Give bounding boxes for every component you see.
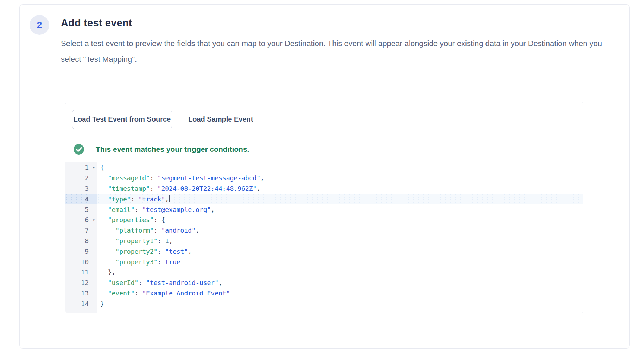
header-divider <box>20 76 629 76</box>
fold-toggle-icon[interactable]: ▾ <box>93 218 95 222</box>
code-line[interactable]: 6▾ "properties": { <box>65 215 583 225</box>
code-text: "email": "test@example.org", <box>97 204 583 215</box>
line-number: 13 <box>65 288 97 299</box>
line-number: 12 <box>65 278 97 288</box>
line-number: 5 <box>65 204 97 215</box>
step-description: Select a test event to preview the field… <box>61 35 614 67</box>
code-line[interactable]: 12 "userId": "test-android-user", <box>65 278 583 288</box>
code-line[interactable]: 5 "email": "test@example.org", <box>65 204 583 215</box>
code-lines: 1▾{2 "messageId": "segment-test-message-… <box>65 162 583 309</box>
code-line[interactable]: 14} <box>65 298 583 309</box>
code-text: "properties": { <box>97 215 583 225</box>
code-line[interactable]: 1▾{ <box>65 162 583 173</box>
line-number: 7 <box>65 225 97 236</box>
line-number: 11 <box>65 267 97 278</box>
page-title: Add test event <box>61 17 132 29</box>
code-text: "event": "Example Android Event" <box>97 288 583 299</box>
fold-toggle-icon[interactable]: ▾ <box>93 165 95 170</box>
trigger-match-status: This event matches your trigger conditio… <box>65 137 583 162</box>
code-text: } <box>97 298 583 309</box>
code-text: "property1": 1, <box>97 236 583 246</box>
check-circle-icon <box>74 144 84 155</box>
code-line[interactable]: 3 "timestamp": "2024-08-20T22:44:48.962Z… <box>65 183 583 194</box>
json-code-editor[interactable]: 1▾{2 "messageId": "segment-test-message-… <box>65 162 583 313</box>
status-message: This event matches your trigger conditio… <box>96 145 249 154</box>
code-text: }, <box>97 267 583 278</box>
step-badge: 2 <box>30 15 49 35</box>
line-number: 6▾ <box>65 215 97 225</box>
code-line[interactable]: 11 }, <box>65 267 583 278</box>
code-text: "messageId": "segment-test-message-abcd"… <box>97 173 583 183</box>
code-line[interactable]: 9 "property2": "test", <box>65 246 583 256</box>
load-sample-event-button[interactable]: Load Sample Event <box>188 115 253 123</box>
code-text: "type": "track", <box>97 194 583 204</box>
line-number: 10 <box>65 256 97 267</box>
line-number: 4 <box>65 194 97 204</box>
step-number: 2 <box>37 20 42 31</box>
code-line[interactable]: 8 "property1": 1, <box>65 236 583 246</box>
code-line[interactable]: 4 "type": "track", <box>65 194 583 204</box>
code-text: "userId": "test-android-user", <box>97 278 583 288</box>
test-event-panel: Load Test Event from Source Load Sample … <box>65 102 583 313</box>
code-text: "property3": true <box>97 256 583 267</box>
line-number: 14 <box>65 298 97 309</box>
code-line[interactable]: 10 "property3": true <box>65 256 583 267</box>
text-cursor <box>169 195 170 202</box>
code-text: "timestamp": "2024-08-20T22:44:48.962Z", <box>97 183 583 194</box>
add-test-event-card: 2 Add test event Select a test event to … <box>19 4 630 349</box>
code-line[interactable]: 2 "messageId": "segment-test-message-abc… <box>65 173 583 183</box>
code-text: "property2": "test", <box>97 246 583 256</box>
code-text: "platform": "android", <box>97 225 583 236</box>
line-number: 3 <box>65 183 97 194</box>
line-number: 2 <box>65 173 97 183</box>
code-line[interactable]: 13 "event": "Example Android Event" <box>65 288 583 299</box>
event-source-toolbar: Load Test Event from Source Load Sample … <box>65 102 583 137</box>
load-test-event-button[interactable]: Load Test Event from Source <box>72 110 172 129</box>
line-number: 1▾ <box>65 162 97 173</box>
code-text: { <box>97 162 583 173</box>
line-number: 9 <box>65 246 97 256</box>
code-line[interactable]: 7 "platform": "android", <box>65 225 583 236</box>
line-number: 8 <box>65 236 97 246</box>
